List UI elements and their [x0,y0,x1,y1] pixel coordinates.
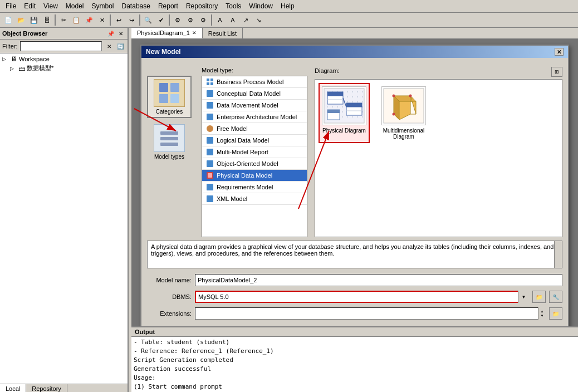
dbms-select[interactable]: MySQL 5.0 SQL Server 2012 Oracle 12c Pos… [195,291,529,303]
gen3-button[interactable]: ⚙ [197,14,209,26]
model-types-button[interactable]: Model types [147,121,192,163]
tab-physicaldiagram[interactable]: PhysicalDiagram_1 ✕ [131,28,203,38]
svg-point-70 [347,116,348,117]
model-name-row: Model name: [147,274,562,286]
svg-point-41 [362,96,363,97]
filter-input[interactable] [20,41,102,51]
menu-repository[interactable]: Repository [183,1,221,11]
filter-clear-button[interactable]: ✕ [104,41,114,51]
menu-help[interactable]: Help [277,1,298,11]
svg-rect-12 [207,82,209,85]
svg-rect-4 [170,83,179,92]
model-list-icon-2 [205,101,214,110]
model-list-item-6[interactable]: Multi-Model Report [202,146,307,158]
dbms-browse-button[interactable]: 📁 [532,291,546,303]
model-list-item-8[interactable]: Physical Data Model [202,170,307,182]
diagram-item-0[interactable]: Physical Diagram [319,83,370,143]
tree-area[interactable]: ▷ 🖥 Workspace ▷ 🗃 数据模型* [0,53,128,384]
sidebar-header: Object Browser 📌 ✕ [0,28,128,40]
svg-rect-79 [346,103,362,107]
model-name-input[interactable] [195,274,562,286]
extensions-browse-button[interactable]: 📁 [549,307,562,320]
model-list-icon-4 [205,124,214,133]
tab-resultlist[interactable]: Result List [203,28,243,38]
categories-label: Categories [156,109,183,115]
sep3 [139,14,140,26]
model-list-item-5[interactable]: Logical Data Model [202,135,307,146]
ext-down-arrow[interactable]: ▼ [541,313,544,318]
output-line: Usage: [134,374,576,383]
diagram-view-button[interactable]: ⊞ [551,67,562,77]
save-all-button[interactable]: 🗄 [41,14,53,26]
ext-up-arrow[interactable]: ▲ [541,309,544,313]
cut-button[interactable]: ✂ [57,14,70,26]
extensions-input[interactable] [195,307,546,320]
svg-rect-10 [207,79,209,81]
open-button[interactable]: 📂 [15,14,27,26]
svg-point-91 [393,95,395,97]
new-model-dialog: New Model ✕ [140,45,569,326]
menu-symbol[interactable]: Symbol [89,1,117,11]
menu-database[interactable]: Database [119,1,154,11]
tb1[interactable]: A [214,14,226,26]
model-list-item-0[interactable]: Business Process Model [202,76,307,88]
model-types-label: Model types [154,154,184,160]
redo-button[interactable]: ↪ [125,14,138,26]
menu-model[interactable]: Model [62,1,87,11]
dbms-row: DBMS: MySQL 5.0 SQL Server 2012 Oracle 1… [147,291,562,303]
description-wrapper: A physical data diagram provides a graph… [147,241,562,268]
output-header: Output [131,327,578,337]
categories-button[interactable]: Categories [147,76,192,118]
tb2[interactable]: A [227,14,239,26]
model-list-item-1[interactable]: Conceptual Data Model [202,88,307,100]
undo-button[interactable]: ↩ [112,14,125,26]
menu-file[interactable]: File [2,1,19,11]
model-toggle[interactable]: ▷ [10,66,17,71]
filter-refresh-button[interactable]: 🔄 [115,41,125,51]
save-button[interactable]: 💾 [28,14,40,26]
tb4[interactable]: ↘ [252,14,264,26]
sep5 [211,14,212,26]
pin-button[interactable]: 📌 [106,29,115,38]
repository-tab[interactable]: Repository [26,384,67,392]
new-button[interactable]: 📄 [2,14,14,26]
content-area: PhysicalDiagram_1 ✕ Result List [131,28,578,392]
tab-physicaldiagram-close[interactable]: ✕ [192,30,197,36]
workspace-toggle[interactable]: ▷ [2,56,9,62]
tree-workspace[interactable]: ▷ 🖥 Workspace [1,55,126,63]
svg-rect-24 [207,195,213,202]
work-area: New Model ✕ [131,39,578,326]
find-button[interactable]: 🔍 [142,14,154,26]
svg-point-50 [327,106,328,107]
model-list-item-4[interactable]: Free Model [202,123,307,135]
dialog-close-button[interactable]: ✕ [555,48,564,56]
dbms-new-button[interactable]: 🔧 [549,291,562,303]
gen2-button[interactable]: ⚙ [184,14,197,26]
model-list-item-2[interactable]: Data Movement Model [202,100,307,111]
tree-model[interactable]: ▷ 🗃 数据模型* [1,63,126,73]
local-tab[interactable]: Local [0,384,26,392]
menu-window[interactable]: Window [246,1,276,11]
svg-point-53 [342,106,343,107]
description-scrollbar[interactable] [554,241,562,268]
dialog-overlay: New Model ✕ [131,39,578,326]
model-list-item-10[interactable]: XML Model [202,193,307,205]
model-list-item-7[interactable]: Object-Oriented Model [202,158,307,170]
gen-button[interactable]: ⚙ [172,14,184,26]
menu-view[interactable]: View [40,1,61,11]
menu-report[interactable]: Report [155,1,182,11]
paste-button[interactable]: 📌 [83,14,95,26]
tb3[interactable]: ↗ [239,14,252,26]
diagram-item-1[interactable]: Multidimensional Diagram [375,83,432,143]
svg-point-31 [352,91,353,92]
menu-edit[interactable]: Edit [21,1,39,11]
model-list-column: Model type: Business Process ModelConcep… [202,67,310,237]
menu-tools[interactable]: Tools [222,1,244,11]
model-list-item-9[interactable]: Requirements Model [202,182,307,193]
svg-point-69 [342,116,343,117]
check-button[interactable]: ✔ [155,14,167,26]
delete-button[interactable]: ✕ [96,14,108,26]
close-sidebar-button[interactable]: ✕ [116,29,125,38]
copy-button[interactable]: 📋 [70,14,82,26]
model-list-item-3[interactable]: Enterprise Architecture Model [202,111,307,123]
